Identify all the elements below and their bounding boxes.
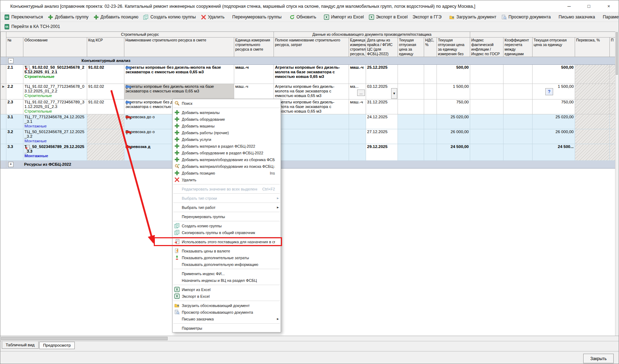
- menu-item-add-equipment[interactable]: Добавить оборудование: [173, 116, 281, 123]
- cell-name[interactable]: Агрегаты копровые без дизель-молота на б…: [124, 65, 234, 84]
- toolbar-button-export-gge[interactable]: Экспорт в ГГЭ: [410, 14, 444, 20]
- menu-item-customer-letter[interactable]: Письмо заказчика▶: [173, 315, 281, 322]
- column-header[interactable]: №: [6, 38, 23, 57]
- toolbar-button-add-position[interactable]: Добавить позицию: [91, 14, 141, 21]
- row-selector[interactable]: ▶: [1, 84, 6, 99]
- row-selector[interactable]: [1, 99, 6, 114]
- cell-vat[interactable]: [424, 99, 437, 114]
- toolbar-button-goto-ka-tsn[interactable]: КАПерейти в КА ТСН-2001: [2, 23, 63, 30]
- column-header[interactable]: Индекс фактической инфляции / Индекс по …: [470, 38, 503, 57]
- cell-price-per-unit[interactable]: [398, 65, 424, 84]
- column-header[interactable]: Текущая отпускная цена за единицу измере…: [437, 38, 470, 57]
- toolbar-button-export-excel[interactable]: Экспорт в Excel: [366, 14, 410, 21]
- row-selector[interactable]: [1, 129, 6, 144]
- cell-current-price[interactable]: 25 020,00: [533, 114, 575, 129]
- menu-item-export-excel[interactable]: Экспорт в Excel: [173, 293, 281, 300]
- cell-price-no-vat[interactable]: 25 020,00: [437, 114, 470, 129]
- cell-price-per-unit[interactable]: [398, 114, 424, 129]
- cell-inflation-index[interactable]: [470, 99, 503, 114]
- menu-item-add-equipment-fsbc[interactable]: Добавить оборудование в раздел ФСБЦ-2022: [173, 149, 281, 156]
- cell-price-no-vat[interactable]: 26 000,00: [437, 129, 470, 144]
- column-header[interactable]: Перевозка, %: [575, 38, 610, 57]
- row-selector[interactable]: [1, 144, 6, 161]
- ellipsis-button[interactable]: ...: [357, 90, 365, 96]
- cell-current-price[interactable]: 26 000,00: [533, 129, 575, 144]
- cell-current-price[interactable]: ?1 500,00: [533, 84, 575, 99]
- toolbar-button-refresh[interactable]: Обновить: [287, 14, 319, 21]
- cell-unit2[interactable]: [349, 114, 366, 129]
- cell-price-date[interactable]: 24.12.2025: [366, 114, 398, 129]
- cell-price-date[interactable]: 27.12.2025: [366, 129, 398, 144]
- toolbar-button-load-document[interactable]: Загрузить документ: [447, 14, 499, 21]
- cell-num[interactable]: 3.1: [6, 114, 23, 129]
- cell-price-date[interactable]: 25.12.2025: [366, 65, 398, 84]
- menu-item-select-work-type[interactable]: Выбрать тип работ▶: [173, 204, 281, 211]
- cell-inflation-index[interactable]: [470, 144, 503, 161]
- menu-item-show-currency-prices[interactable]: Показывать цены в валюте: [173, 248, 281, 254]
- column-header[interactable]: Наименование строительного ресурса в сме…: [124, 38, 234, 57]
- cell-price-date[interactable]: 31.12.2025: [366, 99, 398, 114]
- cell-current-price[interactable]: 750,00: [533, 99, 575, 114]
- cell-vat[interactable]: [424, 114, 437, 129]
- cell-price-per-unit[interactable]: [398, 129, 424, 144]
- column-header[interactable]: Коэффициент пересчета между единицами: [503, 38, 533, 57]
- column-header[interactable]: Единица измерения строительного ресурса,: [349, 38, 366, 57]
- menu-item-load-justifying-document[interactable]: Загрузить обосновывающий документ: [173, 302, 281, 309]
- close-dialog-button[interactable]: Закрыть: [583, 354, 614, 363]
- column-header[interactable]: НДС, %: [424, 38, 437, 57]
- collapse-toggle[interactable]: −: [8, 58, 13, 63]
- menu-item-add-position[interactable]: Добавить позициюIns: [173, 170, 281, 176]
- cell-justification[interactable]: ТЦ_91.02.02_50_5012345678_25.12.2025_01_…: [23, 65, 87, 84]
- vertical-scrollbar-thumb[interactable]: [616, 32, 618, 75]
- row-selector[interactable]: [1, 114, 6, 129]
- maximize-icon[interactable]: □: [579, 0, 599, 12]
- cell-full-name[interactable]: [274, 144, 349, 161]
- menu-item-add-machines[interactable]: Добавить машины: [173, 123, 281, 129]
- cell-num[interactable]: 3.3: [6, 144, 23, 161]
- menu-item-delete[interactable]: Удалить: [173, 176, 281, 183]
- cell-vat[interactable]: [424, 129, 437, 144]
- menu-item-view-justifying-document[interactable]: Просмотр обосновывающего документа: [173, 309, 281, 315]
- cell-conversion-coef[interactable]: [503, 99, 533, 114]
- column-header[interactable]: Единица измерения строительного ресурса …: [234, 38, 274, 57]
- cell-price-no-vat[interactable]: 750,00: [437, 99, 470, 114]
- horizontal-scrollbar-thumb[interactable]: [1, 337, 168, 340]
- cell-justification[interactable]: ТЦ_50_5023456789_29.12.2025_3.3Монтажные: [23, 144, 87, 161]
- cell-price-per-unit[interactable]: [398, 144, 424, 161]
- column-header[interactable]: Текущая отпускная цена за единицу: [533, 38, 575, 57]
- cell-vat[interactable]: [424, 144, 437, 161]
- toolbar-button-parameters[interactable]: Параметры: [600, 14, 619, 20]
- menu-item-copy-group[interactable]: Создать копию группы: [173, 222, 281, 229]
- cell-full-name[interactable]: [274, 129, 349, 144]
- cell-inflation-index[interactable]: [470, 114, 503, 129]
- cell-vat[interactable]: [424, 84, 437, 99]
- menu-item-add-from-collection-fsbc[interactable]: Добавить материал/оборудование из сборни…: [173, 156, 281, 163]
- cell-price-per-unit[interactable]: [398, 99, 424, 114]
- cell-justification[interactable]: ТЦ_77_7712345678_24.12.2025_3.1Монтажные: [23, 114, 87, 129]
- cell-unit2[interactable]: маш.-ч: [349, 99, 366, 114]
- menu-item-apply-fi-index[interactable]: Применить индекс ФИ...: [173, 270, 281, 277]
- cell-justification[interactable]: ТЦ_91.02.02_77_7723456789_31.12.2025_01_…: [23, 99, 87, 114]
- cell-unit2[interactable]: ма......: [349, 84, 366, 99]
- date-dropdown-button[interactable]: ▼: [391, 88, 397, 99]
- column-header[interactable]: Код КСР: [87, 38, 124, 57]
- cell-price-no-vat[interactable]: 24 500,00: [437, 144, 470, 161]
- cell-num[interactable]: 2.3: [6, 99, 23, 114]
- row-selector[interactable]: [1, 65, 6, 84]
- menu-item-add-from-search-fsbc[interactable]: Добавить материал/оборудование из поиска…: [173, 163, 281, 170]
- horizontal-scrollbar[interactable]: [0, 336, 619, 341]
- cell-price-no-vat[interactable]: 500,00: [437, 65, 470, 84]
- cell-price-date[interactable]: 03.12.2025▼: [366, 84, 398, 99]
- vertical-scrollbar[interactable]: [615, 32, 618, 336]
- tab-table-view[interactable]: Табличный вид: [2, 341, 39, 349]
- menu-item-add-material-fsbc[interactable]: Добавить материал в раздел ФСБЦ-2022: [173, 143, 281, 149]
- toolbar-button-copy-group[interactable]: Создать копию группы: [141, 14, 198, 21]
- cell-num[interactable]: 2.2: [6, 84, 23, 99]
- cell-num[interactable]: 3.2: [6, 129, 23, 144]
- cell-conversion-coef[interactable]: [503, 129, 533, 144]
- column-header[interactable]: Полное наименование строительного ресурс…: [274, 38, 349, 57]
- menu-item-search[interactable]: Поиск: [173, 100, 281, 107]
- cell-conversion-coef[interactable]: [503, 84, 533, 99]
- column-header[interactable]: Текущая отпускная цена за единицу: [398, 38, 424, 57]
- column-header[interactable]: П: [610, 38, 615, 57]
